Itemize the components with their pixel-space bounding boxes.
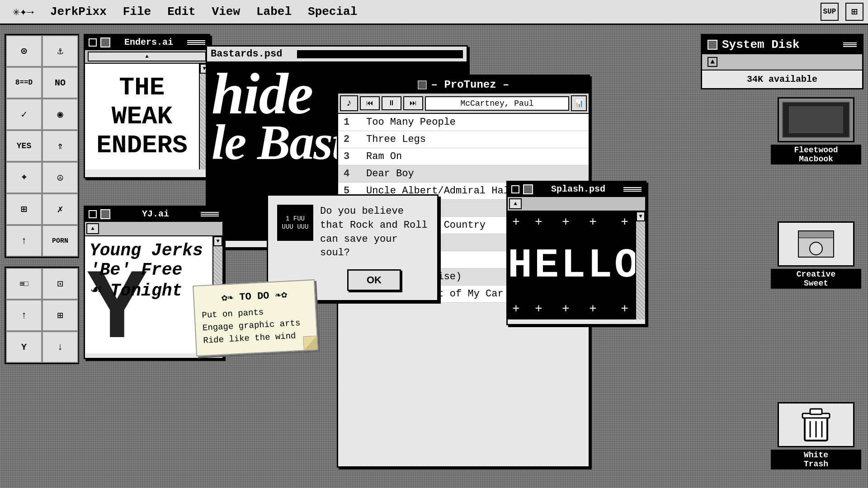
creative-sweet-img <box>778 221 854 267</box>
disk-available-text: 34K available <box>702 70 862 88</box>
protunez-controls: ♪ ⏮ ⏸ ⏭ McCartney, Paul 📊 <box>338 94 589 114</box>
tool-up-arrow2[interactable]: ↑ <box>6 225 42 257</box>
plus-7: + <box>535 302 542 316</box>
menubar: ✳✦→ JerkPixx File Edit View Label Specia… <box>0 0 868 25</box>
splash-window: Splash.psd ▲ + + + + + HELLO + + <box>506 181 646 325</box>
tool-check[interactable]: ✓ <box>6 99 42 130</box>
tool-extra-1[interactable]: ⊞□ <box>6 268 42 300</box>
note-icon[interactable]: ♪ <box>340 95 358 111</box>
tool-extra-3[interactable]: ↑ <box>6 300 42 331</box>
yj-scroll-up[interactable]: ▲ <box>86 223 99 234</box>
tool-extra-2[interactable]: ⊡ <box>42 268 78 300</box>
plus-1: + <box>512 215 520 229</box>
yj-close[interactable] <box>89 210 97 218</box>
disk-up-arrow[interactable]: ▲ <box>708 57 717 67</box>
yj-line3: ☙ Tonight <box>90 280 208 300</box>
enders-line2: WEAK <box>112 102 172 131</box>
white-trash-icon[interactable]: White Trash <box>771 402 861 469</box>
splash-close[interactable] <box>511 185 519 193</box>
track-name-1: Too Many People <box>366 117 583 128</box>
track-num-3: 3 <box>344 151 357 162</box>
menu-special[interactable]: Special <box>300 3 365 21</box>
sup-icon[interactable]: SUP <box>821 3 839 21</box>
forward-btn[interactable]: ⏭ <box>403 96 423 110</box>
tool-arrow[interactable]: 8==D <box>6 67 42 99</box>
enders-window: Enders.ai ▲ THE WEAK ENDERS ▼ <box>84 34 210 178</box>
fleetwood-icon[interactable]: Fleetwood Macbook <box>771 97 861 164</box>
laptop-screen <box>782 102 850 138</box>
pause-btn[interactable]: ⏸ <box>382 96 401 110</box>
track-row-2[interactable]: 2 Three Legs <box>338 131 589 148</box>
plus-10: + <box>621 302 628 316</box>
dialog-icon: 1 FUU UUU UUU <box>277 205 313 241</box>
menu-view[interactable]: View <box>204 3 248 21</box>
tool-cross[interactable]: ✗ <box>42 193 78 225</box>
track-row-4[interactable]: 4 Dear Boy <box>338 165 589 183</box>
rewind-btn[interactable]: ⏮ <box>360 96 380 110</box>
tool-arrows-up[interactable]: ⇑ <box>42 130 78 162</box>
todo-title: ✿❧ TO DO ❧✿ <box>201 287 308 305</box>
yj-titlebar[interactable]: YJ.ai <box>85 207 222 222</box>
volume-icon[interactable]: 📊 <box>571 95 587 111</box>
enders-scroll-up[interactable]: ▲ <box>88 52 206 61</box>
system-disk-window: System Disk ▲ 34K available <box>701 34 863 89</box>
track-row-3[interactable]: 3 Ram On <box>338 148 589 165</box>
laptop-display <box>789 106 843 133</box>
track-name-2: Three Legs <box>366 134 583 145</box>
splash-scroll-down[interactable]: ▼ <box>636 211 645 221</box>
extra-toolbox: ⊞□ ⊡ ↑ ⊞ Y ↓ <box>5 267 79 364</box>
dialog-ok-button[interactable]: OK <box>347 269 401 291</box>
yj-line1: Young Jerks <box>90 241 208 260</box>
disk-icon <box>708 40 717 50</box>
protunez-close-btn[interactable] <box>418 80 427 89</box>
enders-titlebar[interactable]: Enders.ai <box>85 35 209 50</box>
tool-extra-4[interactable]: ⊞ <box>42 300 78 331</box>
tool-yes[interactable]: YES <box>6 130 42 162</box>
splash-icon <box>523 184 533 194</box>
plus-5: + <box>621 215 628 229</box>
track-num-1: 1 <box>344 117 357 128</box>
dialog-message: Do you believe that Rock and Roll can sa… <box>320 205 428 260</box>
track-num-2: 2 <box>344 134 357 145</box>
system-disk-titlebar[interactable]: System Disk <box>702 35 862 54</box>
tool-eye[interactable]: ◉ <box>42 99 78 130</box>
tool-no[interactable]: NO <box>42 67 78 99</box>
tool-cylinder[interactable]: ⊙ <box>6 35 42 67</box>
splash-scroll-up[interactable]: ▲ <box>509 198 522 209</box>
menu-edit[interactable]: Edit <box>159 3 203 21</box>
protunez-titlebar[interactable]: – ProTunez – <box>338 76 589 94</box>
menu-label[interactable]: Label <box>248 3 300 21</box>
tool-anchor[interactable]: ⚓ <box>42 35 78 67</box>
creative-sweet-label: Creative Sweet <box>771 269 861 289</box>
yj-scroll-down[interactable]: ▼ <box>213 236 222 246</box>
svg-rect-2 <box>810 409 822 414</box>
white-trash-label: White Trash <box>771 450 861 469</box>
tool-peace[interactable]: ☮ <box>42 162 78 193</box>
enders-close[interactable] <box>89 38 97 47</box>
disk-img <box>798 230 834 258</box>
splash-toolbar: ▲ <box>508 197 645 211</box>
plus-3: + <box>562 215 570 229</box>
app-name[interactable]: JerkPixx <box>42 3 115 21</box>
splash-scroll-track <box>636 221 645 319</box>
yj-text-container: Young Jerks 'Be' Free ☙ Tonight <box>85 236 212 305</box>
tool-lasso[interactable]: ⌖ <box>6 162 42 193</box>
system-disk-toolbar: ▲ <box>702 54 862 70</box>
creative-sweet-icon[interactable]: Creative Sweet <box>771 221 861 289</box>
menu-file[interactable]: File <box>115 3 159 21</box>
monitor-icon[interactable]: ⊞ <box>845 3 863 21</box>
plus-9: + <box>589 302 597 316</box>
tool-grid[interactable]: ⊞ <box>6 193 42 225</box>
fleetwood-label: Fleetwood Macbook <box>771 145 861 164</box>
tool-porn[interactable]: PORN <box>42 225 78 257</box>
yj-toolbar: ▲ <box>85 222 222 236</box>
bastards-titlebar[interactable]: Bastards.psd <box>207 47 467 63</box>
tool-extra-5[interactable]: Y <box>6 331 42 363</box>
apple-menu[interactable]: ✳✦→ <box>5 2 42 21</box>
splash-titlebar[interactable]: Splash.psd <box>508 182 645 197</box>
track-row-1[interactable]: 1 Too Many People <box>338 114 589 131</box>
enders-toolbar: ▲ <box>85 50 209 64</box>
yj-content: Young Jerks 'Be' Free ☙ Tonight Y <box>85 236 212 353</box>
tool-extra-6[interactable]: ↓ <box>42 331 78 363</box>
splash-content: + + + + + HELLO + + + + + <box>508 211 635 319</box>
